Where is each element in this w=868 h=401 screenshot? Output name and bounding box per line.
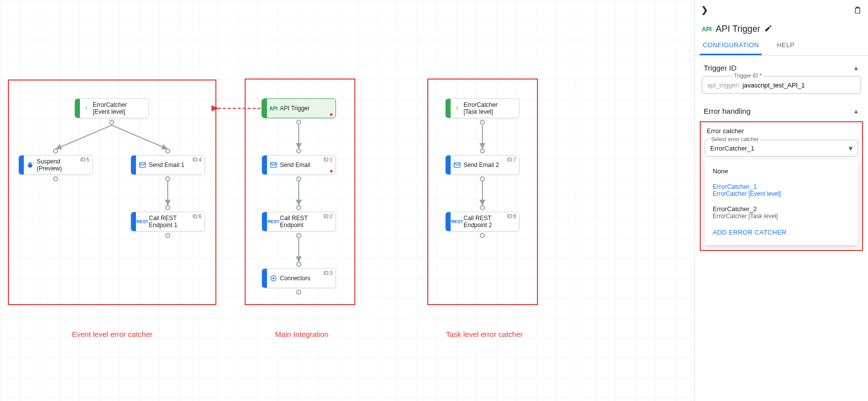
- port[interactable]: [53, 149, 58, 154]
- dirty-dot: [330, 170, 333, 172]
- section-trigger-id: Trigger ID: [704, 64, 736, 72]
- port[interactable]: [165, 149, 170, 154]
- port[interactable]: [480, 149, 485, 154]
- option-label: None: [713, 167, 850, 175]
- dropdown-icon: ▾: [849, 144, 853, 153]
- dirty-dot: [330, 113, 333, 116]
- collapse-section-icon[interactable]: ▲: [853, 65, 859, 72]
- node-id: ID:7: [507, 157, 516, 162]
- node-id: ID:1: [324, 157, 333, 162]
- option-none[interactable]: None: [705, 163, 858, 179]
- port[interactable]: [109, 120, 114, 125]
- trigger-id-field[interactable]: Trigger ID * api_trigger/: [702, 76, 861, 94]
- node-rest-2[interactable]: REST Call REST Endpoint 2 ID:8: [445, 212, 520, 232]
- option-sublabel: ErrorCatcher [Event level]: [713, 190, 850, 197]
- collapse-panel-icon[interactable]: ❯: [701, 4, 708, 15]
- add-error-catcher-button[interactable]: ADD ERROR CATCHER: [705, 224, 858, 241]
- svg-rect-11: [86, 109, 86, 110]
- svg-point-15: [272, 277, 274, 279]
- node-rest[interactable]: REST Call REST Endpoint ID:2: [262, 212, 336, 232]
- node-bar: [131, 156, 136, 174]
- node-id: ID:2: [324, 214, 333, 219]
- port[interactable]: [165, 176, 170, 181]
- node-rest-1[interactable]: REST Call REST Endpoint 1 ID:6: [131, 212, 205, 232]
- hand-icon: [26, 160, 35, 169]
- error-catcher-select[interactable]: Select error catcher ErrorCatcher_1 ▾: [705, 140, 858, 157]
- node-label: ErrorCatcher [Event level]: [93, 101, 148, 116]
- node-bar: [19, 156, 24, 174]
- port[interactable]: [480, 205, 485, 210]
- option-label: ErrorCatcher_2: [713, 205, 850, 213]
- node-errorcatcher-event[interactable]: ErrorCatcher [Event level]: [74, 98, 149, 118]
- tabs: CONFIGURATION HELP: [695, 36, 868, 56]
- mail-icon: [453, 160, 462, 169]
- node-bar: [75, 99, 80, 118]
- port[interactable]: [296, 290, 301, 295]
- node-bar: [262, 269, 267, 288]
- error-catcher-dropdown: None ErrorCatcher_1 ErrorCatcher [Event …: [705, 160, 858, 245]
- node-id: ID:6: [193, 214, 201, 219]
- port[interactable]: [296, 120, 301, 125]
- option-sublabel: ErrorCatcher [Task level]: [713, 213, 850, 220]
- trigger-id-prefix: api_trigger/: [707, 81, 739, 89]
- node-send-email-2[interactable]: Send Email 2 ID:7: [445, 155, 520, 175]
- error-icon: [82, 104, 91, 113]
- port[interactable]: [296, 149, 301, 154]
- tab-help[interactable]: HELP: [774, 36, 798, 55]
- svg-rect-17: [457, 107, 457, 109]
- edit-title-icon[interactable]: [764, 24, 772, 34]
- node-id: ID:4: [193, 157, 201, 162]
- node-bar: [262, 156, 267, 174]
- node-suspend[interactable]: Suspend (Preview) ID:5: [18, 155, 93, 175]
- node-bar: [131, 212, 136, 231]
- node-errorcatcher-task[interactable]: ErrorCatcher [Task level]: [445, 98, 520, 118]
- panel-title: API Trigger: [716, 24, 760, 34]
- port[interactable]: [165, 233, 170, 238]
- mail-icon: [138, 160, 147, 169]
- node-connectors[interactable]: Connectors ID:3: [262, 268, 336, 288]
- port[interactable]: [480, 233, 485, 238]
- select-value: ErrorCatcher_1: [710, 145, 849, 152]
- rest-icon: REST: [138, 217, 147, 226]
- caption-main: Main Integration: [237, 330, 366, 338]
- node-bar: [446, 99, 451, 118]
- connector-icon: [269, 274, 278, 283]
- node-send-email-1[interactable]: Send Email 1 ID:4: [131, 155, 205, 175]
- error-catcher-label: Error catcher: [707, 127, 858, 135]
- error-icon: [453, 104, 462, 113]
- option-errorcatcher-2[interactable]: ErrorCatcher_2 ErrorCatcher [Task level]: [705, 201, 858, 224]
- port[interactable]: [53, 176, 58, 181]
- option-errorcatcher-1[interactable]: ErrorCatcher_1 ErrorCatcher [Event level…: [705, 179, 858, 201]
- collapse-section-icon[interactable]: ▲: [853, 108, 859, 115]
- port[interactable]: [165, 205, 170, 210]
- node-label: ErrorCatcher [Task level]: [464, 101, 519, 116]
- node-bar: [446, 156, 451, 174]
- side-panel: ❯ API API Trigger CONFIGURATION HELP Tri…: [694, 0, 868, 401]
- caption-task: Task level error catcher: [420, 330, 549, 338]
- port[interactable]: [296, 233, 301, 238]
- node-id: ID:3: [324, 270, 333, 276]
- trigger-id-input[interactable]: [742, 81, 856, 89]
- node-label: API Trigger: [280, 105, 335, 112]
- node-api-trigger[interactable]: API API Trigger: [262, 98, 336, 118]
- rest-icon: REST: [269, 217, 278, 226]
- node-bar: [262, 212, 267, 231]
- rest-icon: REST: [453, 217, 462, 226]
- delete-icon[interactable]: [853, 5, 862, 14]
- canvas[interactable]: Event level error catcher Main Integrati…: [0, 0, 694, 401]
- port[interactable]: [296, 262, 301, 267]
- port[interactable]: [296, 176, 301, 181]
- error-catcher-region: Error catcher Select error catcher Error…: [700, 121, 863, 251]
- port[interactable]: [480, 176, 485, 181]
- tab-configuration[interactable]: CONFIGURATION: [700, 36, 762, 55]
- node-send-email[interactable]: Send Email ID:1: [262, 155, 336, 175]
- node-id: ID:5: [80, 157, 89, 162]
- mail-icon: [269, 160, 278, 169]
- api-icon: API: [269, 104, 278, 113]
- option-label: ErrorCatcher_1: [713, 183, 850, 190]
- node-id: ID:8: [507, 214, 516, 219]
- section-error-handling: Error handling: [704, 107, 750, 115]
- port[interactable]: [296, 205, 301, 210]
- caption-event: Event level error catcher: [48, 330, 177, 338]
- port[interactable]: [480, 120, 485, 125]
